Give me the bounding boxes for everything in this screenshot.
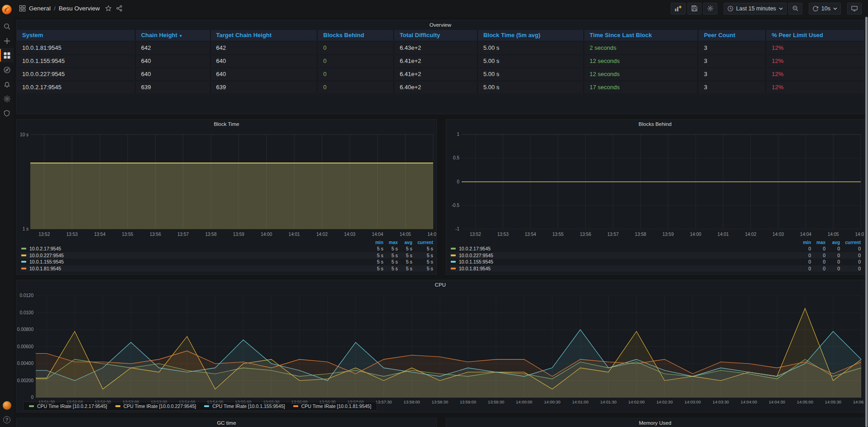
series-color-swatch[interactable] <box>451 268 456 269</box>
legend-stat-value: 0 <box>825 253 840 258</box>
legend-series-name[interactable]: 10.0.1.81:9545 <box>29 266 61 271</box>
column-header[interactable]: Blocks Behind <box>318 30 394 41</box>
svg-text:13:55: 13:55 <box>122 232 133 237</box>
table-header-row: SystemChain Height▾Target Chain HeightBl… <box>17 30 864 41</box>
legend-stat-header-current[interactable]: current <box>412 240 433 245</box>
sidebar-item-configuration[interactable] <box>0 91 14 106</box>
grafana-logo[interactable] <box>0 0 14 19</box>
legend-series-name[interactable]: 10.0.0.227:9545 <box>459 253 493 258</box>
cpu-legend-item[interactable]: CPU Time IRate [10.0.1.155:9545] <box>204 403 285 409</box>
page-scrollbar[interactable] <box>865 17 868 427</box>
scrollbar-thumb[interactable] <box>865 17 868 427</box>
dashboard-settings-button[interactable] <box>703 3 717 14</box>
legend-series-name[interactable]: 10.0.0.227:9545 <box>29 253 64 258</box>
cpu-legend-item[interactable]: CPU Time IRate [10.0.0.227:9545] <box>115 403 196 409</box>
column-header[interactable]: Total Difficulty <box>394 30 478 41</box>
table-cell: 10.0.1.155:9545 <box>17 55 136 67</box>
panel-title-blocks-behind[interactable]: Blocks Behind <box>446 120 864 129</box>
cpu-chart[interactable]: 0.01200.01000.008000.006000.004000.00200… <box>17 289 864 406</box>
legend-stat-value: 0 <box>796 259 811 264</box>
block-time-chart[interactable]: 13:5213:5313:5413:5513:5613:5713:5813:59… <box>17 129 436 240</box>
legend-stat-value: 0 <box>825 246 840 251</box>
cpu-legend-item[interactable]: CPU Time IRate [10.0.1.81:9545] <box>293 403 372 409</box>
table-cell: 639 <box>211 82 318 93</box>
svg-text:14:06: 14:06 <box>855 232 864 237</box>
legend-stat-value: 0 <box>840 266 861 271</box>
column-header[interactable]: % Peer Limit Used <box>766 30 864 41</box>
svg-text:10 s: 10 s <box>20 132 29 137</box>
legend-stat-value: 5 s <box>369 246 383 251</box>
zoom-out-button[interactable] <box>788 3 802 14</box>
panel-title-memory-used[interactable]: Memory Used <box>446 418 864 427</box>
time-range-picker[interactable]: Last 15 minutes <box>724 3 787 14</box>
panel-title-cpu[interactable]: CPU <box>17 280 864 289</box>
blocks-behind-chart[interactable]: 10.50-0.5-113:5213:5313:5413:5513:5613:5… <box>446 129 864 240</box>
column-header[interactable]: Block Time (5m avg) <box>478 30 584 41</box>
panel-title-overview[interactable]: Overview <box>17 20 864 29</box>
legend-series-name[interactable]: 10.0.2.17:9545 <box>29 246 61 251</box>
sidebar-item-server-admin[interactable] <box>0 106 14 120</box>
panel-title-gc-time[interactable]: GC time <box>17 418 436 427</box>
breadcrumb-dashboard-title[interactable]: Besu Overview <box>59 5 100 12</box>
cycle-view-mode-button[interactable] <box>847 3 862 14</box>
series-color-swatch[interactable] <box>21 268 26 269</box>
series-color-swatch[interactable] <box>451 254 456 256</box>
svg-text:0.0120: 0.0120 <box>19 293 33 298</box>
table-cell: 640 <box>136 68 211 80</box>
table-cell: 639 <box>136 82 211 93</box>
table-cell: 5.00 s <box>478 55 584 67</box>
legend-row: 10.0.2.17:95455 s5 s5 s5 s <box>20 245 433 252</box>
sidebar-item-profile[interactable] <box>0 398 14 413</box>
sidebar-item-search[interactable] <box>0 19 14 34</box>
star-icon[interactable] <box>105 5 112 12</box>
legend-stat-header-max[interactable]: max <box>811 240 825 245</box>
legend-stat-value: 5 s <box>369 266 383 271</box>
legend-stat-value: 0 <box>840 259 861 264</box>
breadcrumb-folder[interactable]: General <box>29 5 51 12</box>
svg-text:14:02: 14:02 <box>316 232 328 237</box>
chevron-down-icon <box>833 7 837 10</box>
legend-stat-value: 5 s <box>398 253 412 258</box>
series-color-swatch[interactable] <box>21 248 26 249</box>
dashboard-grid-icon <box>19 5 26 12</box>
legend-stat-header-avg[interactable]: avg <box>825 240 840 245</box>
refresh-button[interactable]: 10s <box>809 3 841 14</box>
add-panel-button[interactable] <box>671 3 686 14</box>
legend-stat-header-avg[interactable]: avg <box>398 240 412 245</box>
sidebar-item-dashboards[interactable] <box>0 48 14 62</box>
legend-row: 10.0.1.155:95455 s5 s5 s5 s <box>20 259 433 265</box>
share-icon[interactable] <box>116 5 123 12</box>
sidebar-item-alerting[interactable] <box>0 77 14 91</box>
legend-stat-header-min[interactable]: min <box>796 240 811 245</box>
column-header[interactable]: System <box>17 30 136 41</box>
series-color-swatch[interactable] <box>451 248 456 249</box>
sidebar-item-create[interactable] <box>0 34 14 48</box>
svg-text:14:03:00: 14:03:00 <box>684 400 701 404</box>
legend-series-name[interactable]: 10.0.2.17:9545 <box>459 246 491 251</box>
svg-text:-0.5: -0.5 <box>452 203 460 208</box>
column-header[interactable]: Peer Count <box>698 30 766 41</box>
legend-stat-value: 5 s <box>383 253 398 258</box>
panel-title-block-time[interactable]: Block Time <box>17 120 436 129</box>
legend-stat-header-current[interactable]: current <box>840 240 861 245</box>
series-color-swatch[interactable] <box>21 254 26 256</box>
column-header[interactable]: Time Since Last Block <box>584 30 699 41</box>
sidebar-item-explore[interactable] <box>0 62 14 77</box>
series-color-swatch[interactable] <box>451 261 456 263</box>
svg-text:0: 0 <box>31 395 33 400</box>
save-dashboard-button[interactable] <box>687 3 701 14</box>
legend-series-name[interactable]: 10.0.1.155:9545 <box>29 259 64 264</box>
legend-stat-header-min[interactable]: min <box>369 240 383 245</box>
cpu-legend: CPU Time IRate [10.0.2.17:9545]CPU Time … <box>23 402 377 411</box>
sidebar-item-help[interactable]: ? <box>0 413 14 427</box>
legend-series-name[interactable]: 10.0.1.155:9545 <box>459 259 493 264</box>
cpu-legend-item[interactable]: CPU Time IRate [10.0.2.17:9545] <box>29 403 107 409</box>
series-color-swatch[interactable] <box>21 261 26 263</box>
table-cell: 640 <box>211 68 318 80</box>
column-header[interactable]: Target Chain Height <box>211 30 318 41</box>
legend-series-name[interactable]: 10.0.1.81:9545 <box>459 266 491 271</box>
svg-text:0.0100: 0.0100 <box>19 310 33 315</box>
column-header[interactable]: Chain Height▾ <box>136 30 211 41</box>
dashboards-icon <box>3 52 11 59</box>
legend-stat-header-max[interactable]: max <box>383 240 398 245</box>
